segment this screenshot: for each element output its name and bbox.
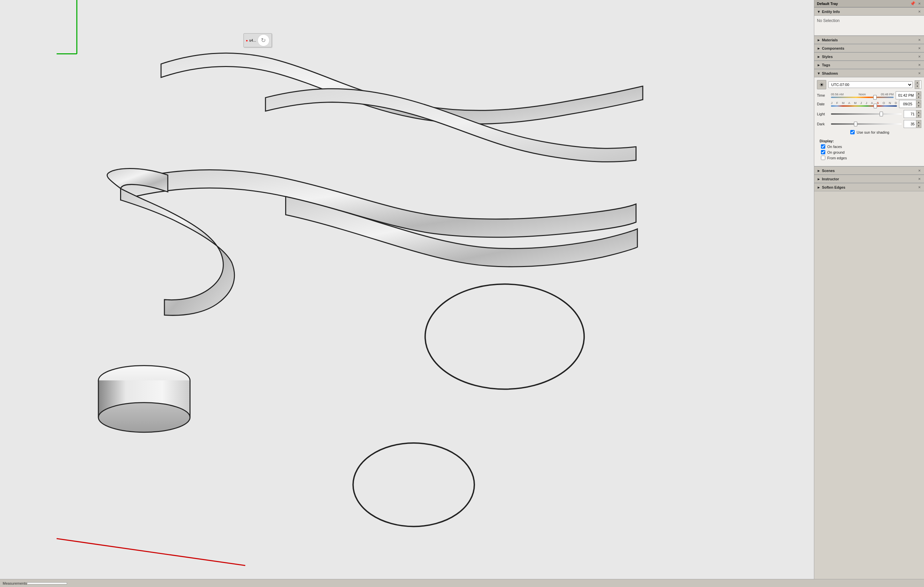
canvas-svg: [0, 0, 814, 579]
instructor-section-header[interactable]: ► Instructor ×: [814, 175, 924, 183]
time-slider-track[interactable]: [831, 97, 894, 98]
timezone-spin[interactable]: ▲ ▼: [915, 81, 921, 89]
soften-edges-icon: ►: [817, 185, 821, 189]
instructor-close-btn[interactable]: ×: [917, 176, 921, 181]
shadows-section-header[interactable]: ▼ Shadows ×: [814, 69, 924, 77]
tray-close-btn[interactable]: ×: [917, 1, 921, 6]
timezone-up-btn[interactable]: ▲: [915, 81, 920, 84]
on-faces-checkbox[interactable]: [821, 144, 825, 149]
time-value-input-box[interactable]: ▲ ▼: [896, 91, 921, 99]
time-up-btn[interactable]: ▲: [916, 92, 921, 95]
time-mid-label: Noon: [859, 93, 866, 96]
light-up-btn[interactable]: ▲: [916, 110, 921, 114]
soften-edges-close-btn[interactable]: ×: [917, 185, 921, 190]
date-slider-track[interactable]: [831, 105, 897, 107]
canvas-area[interactable]: ● s4... ↻: [0, 0, 814, 579]
dark-up-btn[interactable]: ▲: [916, 120, 921, 124]
styles-icon: ►: [817, 55, 821, 59]
tray-pin-btn[interactable]: 📌: [909, 1, 916, 6]
tray-title: Default Tray: [817, 2, 838, 6]
light-slider[interactable]: [831, 113, 902, 115]
time-value-input[interactable]: [896, 92, 916, 99]
time-start-label: 05:56 AM: [831, 93, 843, 96]
tray-header: Default Tray 📌 ×: [814, 0, 924, 7]
soften-edges-section-header[interactable]: ► Soften Edges ×: [814, 183, 924, 191]
components-close-btn[interactable]: ×: [917, 46, 921, 51]
time-slider-thumb[interactable]: [873, 95, 877, 100]
right-panel: Default Tray 📌 × ▼ Entity Info × No Sele…: [814, 0, 924, 579]
timezone-down-btn[interactable]: ▼: [915, 84, 920, 88]
sun-icon: ☀: [817, 80, 826, 89]
date-label: Date: [817, 102, 829, 106]
components-label: Components: [822, 46, 844, 50]
time-slider-area[interactable]: 05:56 AM Noon 05:48 PM: [831, 93, 894, 98]
dark-slider-thumb[interactable]: [854, 122, 857, 126]
tooltip-close-dot: ●: [246, 39, 248, 42]
status-bar: Measurements: [0, 579, 924, 587]
light-value-box[interactable]: ▲ ▼: [904, 110, 921, 118]
date-slider-thumb[interactable]: [874, 104, 877, 109]
timezone-select[interactable]: UTC-12:00UTC-11:00UTC-10:00UTC-09:00UTC-…: [828, 81, 912, 88]
scenes-section-header[interactable]: ► Scenes ×: [814, 166, 924, 175]
styles-close-btn[interactable]: ×: [917, 54, 921, 59]
materials-section-header[interactable]: ► Materials ×: [814, 36, 924, 44]
canvas-tooltip[interactable]: ● s4... ↻: [244, 33, 272, 47]
on-faces-label: On faces: [827, 145, 842, 149]
components-section-header[interactable]: ► Components ×: [814, 44, 924, 52]
entity-info-close-btn[interactable]: ×: [917, 9, 921, 14]
materials-close-btn[interactable]: ×: [917, 37, 921, 42]
light-value-input[interactable]: [904, 110, 916, 118]
entity-info-collapse-icon: ▼: [817, 10, 821, 14]
date-up-btn[interactable]: ▲: [916, 100, 921, 104]
date-value-input-box[interactable]: ▲ ▼: [899, 100, 921, 108]
scenes-close-btn[interactable]: ×: [917, 168, 921, 173]
svg-line-2: [57, 539, 246, 566]
tags-section-header[interactable]: ► Tags ×: [814, 61, 924, 69]
svg-point-8: [425, 284, 584, 389]
no-selection-text: No Selection: [817, 18, 840, 23]
from-edges-label: From edges: [827, 156, 847, 160]
instructor-icon: ►: [817, 177, 821, 181]
from-edges-checkbox[interactable]: [821, 156, 825, 160]
date-down-btn[interactable]: ▼: [916, 104, 921, 108]
use-sun-checkbox[interactable]: [850, 130, 855, 134]
display-section: Display: On faces On ground From edges: [817, 137, 921, 163]
styles-section-header[interactable]: ► Styles ×: [814, 52, 924, 61]
dark-value-input[interactable]: [904, 120, 916, 128]
entity-info-section-header[interactable]: ▼ Entity Info ×: [814, 7, 924, 16]
time-down-btn[interactable]: ▼: [916, 95, 921, 99]
display-label: Display:: [820, 139, 919, 143]
measurements-box[interactable]: [27, 582, 67, 584]
date-value-input[interactable]: [899, 100, 916, 108]
on-ground-checkbox[interactable]: [821, 150, 825, 155]
shadows-label: Shadows: [822, 71, 838, 75]
measurements-label: Measurements: [3, 581, 27, 585]
instructor-label: Instructor: [822, 177, 839, 181]
use-sun-label: Use sun for shading: [856, 130, 889, 134]
dark-label: Dark: [817, 122, 829, 126]
svg-point-5: [98, 403, 190, 432]
materials-label: Materials: [822, 38, 838, 42]
tooltip-icon: ↻: [257, 35, 269, 46]
components-icon: ►: [817, 46, 821, 50]
scenes-icon: ►: [817, 169, 821, 173]
tags-icon: ►: [817, 63, 821, 67]
light-down-btn[interactable]: ▼: [916, 114, 921, 118]
time-label: Time: [817, 93, 829, 97]
light-label: Light: [817, 112, 829, 116]
dark-value-box[interactable]: ▲ ▼: [904, 120, 921, 128]
date-slider-area[interactable]: J F M A M J J A S O N D: [831, 101, 897, 107]
soften-edges-label: Soften Edges: [822, 185, 845, 189]
shadows-panel: ☀ UTC-12:00UTC-11:00UTC-10:00UTC-09:00UT…: [814, 77, 924, 166]
dark-slider[interactable]: [831, 123, 902, 125]
tags-label: Tags: [822, 63, 830, 67]
time-end-label: 05:48 PM: [881, 93, 894, 96]
light-slider-thumb[interactable]: [879, 112, 883, 116]
entity-info-panel: No Selection: [814, 16, 924, 36]
scenes-label: Scenes: [822, 169, 835, 173]
shadows-icon: ▼: [817, 71, 821, 75]
materials-icon: ►: [817, 38, 821, 42]
tags-close-btn[interactable]: ×: [917, 62, 921, 67]
dark-down-btn[interactable]: ▼: [916, 124, 921, 128]
shadows-close-btn[interactable]: ×: [917, 71, 921, 76]
